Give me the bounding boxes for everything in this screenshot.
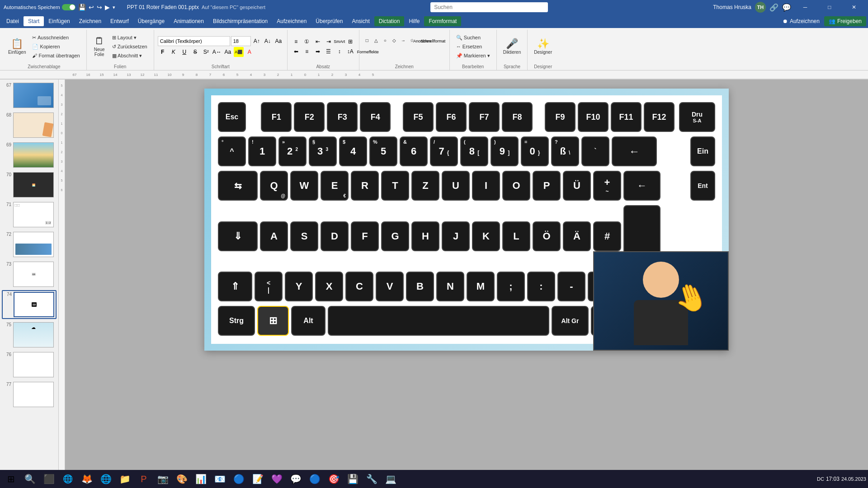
menu-start[interactable]: Start [24,16,44,26]
autosave-toggle[interactable]: Automatisches Speichern [4,4,75,10]
key-6[interactable]: & 6 [400,136,428,166]
taskbar-powerpoint[interactable]: P [135,470,153,488]
user-avatar[interactable]: TH [755,2,766,13]
kopieren-button[interactable]: 📄 Kopieren [29,42,82,51]
key-f[interactable]: F [351,221,379,251]
key-0[interactable]: = 0 } [521,136,549,166]
menu-uebergaenge[interactable]: Übergänge [133,16,169,26]
autosave-track[interactable] [62,4,75,10]
menu-ansicht[interactable]: Ansicht [347,16,374,26]
key-capslock[interactable]: ⇓ [218,221,258,251]
start-button[interactable]: ⊞ [2,470,20,488]
taskbar-app10[interactable]: 💾 [344,470,362,488]
key-p[interactable]: P [533,171,561,201]
font-increase-button[interactable]: A↑ [252,36,262,46]
key-uml-o[interactable]: Ö [533,221,561,251]
title-bar-dropdown[interactable]: ▾ [113,5,115,10]
slide-thumb-72[interactable]: 72 [2,230,57,258]
maximize-button[interactable]: □ [819,0,840,14]
taskbar-app2[interactable]: 📊 [192,470,210,488]
key-7[interactable]: / 7 { [430,136,458,166]
shape-3[interactable]: ○ [381,36,389,44]
key-4[interactable]: $ 4 [339,136,367,166]
designer-button[interactable]: ✨ Designer [531,33,555,60]
ausschneiden-button[interactable]: ✂ Ausschneiden [29,33,82,42]
text-direction-button[interactable]: ↕A [345,47,355,56]
key-n[interactable]: N [436,272,464,301]
key-ctrl-left[interactable]: Strg [218,306,255,336]
key-return-top[interactable]: ← [623,171,660,201]
slide-thumb-70[interactable]: 70 🌅 [2,171,57,199]
align-center-button[interactable]: ≡ [302,47,312,56]
slide-thumb-69[interactable]: 69 [2,141,57,169]
slide-thumb-67[interactable]: 67 [2,81,57,109]
char-spacing-button[interactable]: A↔ [212,47,222,57]
key-f7[interactable]: F7 [469,102,500,132]
line-spacing-button[interactable]: ↕ [335,47,344,56]
suchen-button[interactable]: 🔍 Suchen [453,33,493,42]
key-druck[interactable]: DruS-A [679,102,715,132]
layout-button[interactable]: ⊞ Layout ▾ [109,33,150,42]
align-right-button[interactable]: ➡ [313,47,323,56]
key-f10[interactable]: F10 [578,102,609,132]
bold-button[interactable]: F [158,47,168,57]
key-q[interactable]: Q@ [260,171,288,201]
taskbar-firefox[interactable]: 🦊 [78,470,96,488]
slide-thumb-73[interactable]: 73 ⌨ [2,260,57,288]
quick-access-save[interactable]: 💾 [78,4,86,11]
key-f9[interactable]: F9 [545,102,576,132]
ersetzen-button[interactable]: ↔ Ersetzen [453,42,493,51]
key-uml-u[interactable]: Ü [563,171,591,201]
search-input[interactable] [430,2,548,12]
menu-entwurf[interactable]: Entwurf [106,16,133,26]
key-f4[interactable]: F4 [360,102,391,132]
key-e[interactable]: E€ [321,171,349,201]
menu-animationen[interactable]: Animationen [169,16,208,26]
font-size-selector[interactable] [231,36,251,46]
key-space[interactable] [328,306,549,336]
key-2[interactable]: » 2 2 [278,136,307,166]
key-h[interactable]: H [411,221,439,251]
zuruecksetzen-button[interactable]: ↺ Zurücksetzen [109,42,150,51]
key-win[interactable]: ⊞ [257,306,289,336]
menu-aufzeichnen[interactable]: Aufzeichnen [272,16,311,26]
menu-aufzeichnen-right[interactable]: ⏺ Aufzeichnen [778,16,824,26]
key-plus[interactable]: +~ [593,171,621,201]
taskbar-cam[interactable]: 📷 [154,470,172,488]
format-uebertragen-button[interactable]: 🖌 Format übertragen [29,51,82,60]
key-t[interactable]: T [381,171,409,201]
slide-thumb-68[interactable]: 68 [2,111,57,139]
comments-icon[interactable]: 💬 [782,3,791,12]
smartart-button[interactable]: SmArt [335,37,344,47]
menu-formformat[interactable]: Formformat [424,16,461,26]
canvas-area[interactable]: Esc F1 F2 F3 F4 F5 F6 F7 F8 F9 F10 F11 F… [65,80,868,475]
clear-format-button[interactable]: Aa [274,36,283,46]
font-selector[interactable] [158,36,230,46]
menu-dictation[interactable]: Dictation [374,16,405,26]
markieren-button[interactable]: 📌 Markieren ▾ [453,51,493,60]
key-l[interactable]: L [502,221,530,251]
key-x[interactable]: X [315,272,343,301]
key-backspace[interactable]: ← [612,136,657,166]
menu-ueberpruefen[interactable]: Überprüfen [311,16,347,26]
key-uml-a[interactable]: Ä [563,221,591,251]
key-y[interactable]: Y [285,272,313,301]
formeffekte-button[interactable]: Formeffekte [363,47,373,57]
slide-thumb-71[interactable]: 71 ⬚⬚ 1↔2 [2,201,57,229]
key-i[interactable]: I [472,171,500,201]
key-j[interactable]: J [442,221,470,251]
key-f8[interactable]: F8 [502,102,533,132]
taskbar-app9[interactable]: 🎯 [325,470,343,488]
menu-freigeben[interactable]: 👥 Freigeben [824,16,866,26]
key-z[interactable]: Z [411,171,439,201]
shadow-button[interactable]: S² [201,47,211,57]
taskbar-app1[interactable]: 🎨 [173,470,191,488]
slide-thumb-77[interactable]: 77 [2,380,57,408]
key-sharp-s[interactable]: ? ß \ [551,136,579,166]
taskbar-app4[interactable]: 🔵 [230,470,248,488]
key-w[interactable]: W [290,171,318,201]
taskbar-app7[interactable]: 💬 [287,470,305,488]
columns-button[interactable]: ⊞ [345,37,355,47]
key-f1[interactable]: F1 [261,102,292,132]
taskbar-explorer[interactable]: 📁 [116,470,134,488]
